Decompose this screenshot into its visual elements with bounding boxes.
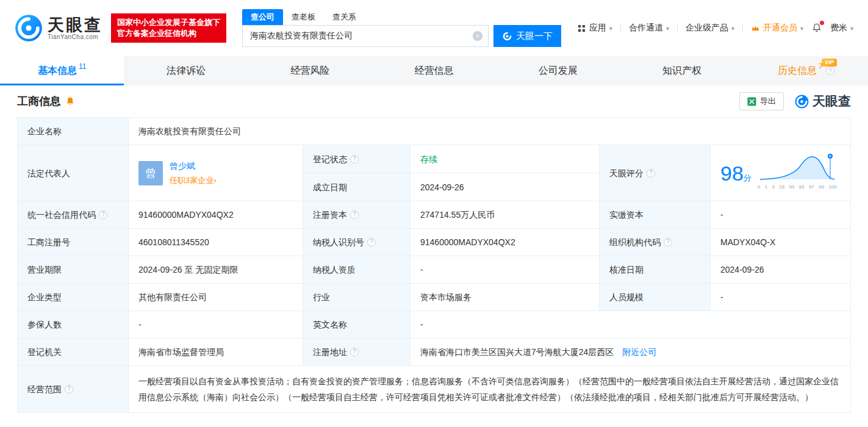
- vip-badge: VIP: [822, 59, 837, 66]
- field-reg-authority-value: 海南省市场监督管理局: [129, 339, 303, 366]
- search-tab-company[interactable]: 查公司: [242, 9, 283, 25]
- certification-line1: 国家中小企业发展子基金旗下: [117, 17, 220, 28]
- help-icon[interactable]: ?: [350, 210, 359, 219]
- tab-ip-label: 知识产权: [662, 65, 701, 77]
- field-reg-capital-label: 注册资本?: [303, 201, 411, 229]
- subscribe-bell-icon[interactable]: [65, 96, 75, 106]
- tab-basic-info-label: 基本信息: [38, 65, 77, 77]
- help-icon[interactable]: ?: [65, 385, 73, 393]
- score-unit: 分: [744, 173, 751, 182]
- score-number-group[interactable]: 98分: [720, 162, 751, 185]
- business-info-header: 工商信息 导出 天眼查: [17, 85, 851, 117]
- notification-bell-icon[interactable]: [811, 23, 822, 34]
- chevron-down-icon: ▾: [800, 25, 803, 32]
- field-staff-size-value: -: [711, 284, 851, 311]
- tab-business-label: 经营信息: [414, 65, 453, 77]
- table-row: 经营范围? 一般经营项目以自有资金从事投资活动；自有资金投资的资产管理服务；信息…: [18, 366, 851, 413]
- field-reg-authority-label: 登记机关: [18, 339, 129, 366]
- field-org-code-label: 组织机构代码?: [600, 229, 711, 256]
- export-button[interactable]: 导出: [739, 92, 784, 110]
- field-reg-address-label: 注册地址?: [303, 339, 411, 366]
- field-score-label: 天眼评分?: [600, 145, 711, 201]
- nav-apps[interactable]: 应用 ▾: [577, 23, 612, 34]
- search-box: ×: [242, 25, 489, 47]
- field-insured-count-label: 参保人数: [18, 311, 129, 339]
- field-reg-capital-value: 274714.55万人民币: [411, 201, 600, 229]
- field-paid-capital-label: 实缴资本: [600, 201, 711, 229]
- field-business-term-label: 营业期限: [18, 256, 129, 284]
- tianyancha-logo-icon: [15, 14, 43, 42]
- help-icon[interactable]: ?: [350, 348, 359, 356]
- nav-user-account[interactable]: 费米 ▾: [830, 23, 853, 34]
- nav-divider: [620, 24, 621, 32]
- page-title: 工商信息: [17, 94, 61, 109]
- field-company-type-value: 其他有限责任公司: [129, 284, 303, 311]
- legal-rep-positions-link[interactable]: 任职3家企业›: [170, 174, 217, 187]
- tab-development-label: 公司发展: [539, 65, 578, 77]
- nav-open-vip[interactable]: 开通会员 ▾: [751, 23, 803, 34]
- field-establish-date-value: 2024-09-26: [411, 173, 600, 201]
- search-tabs: 查公司 查老板 查关系: [242, 9, 561, 25]
- table-row: 营业期限 2024-09-26 至 无固定期限 纳税人资质 - 核准日期 202…: [18, 256, 851, 284]
- search-input[interactable]: [243, 26, 488, 46]
- tab-business-risk[interactable]: 经营风险: [248, 56, 372, 85]
- field-reg-status-label: 登记状态?: [303, 145, 411, 173]
- legal-rep-positions-label: 任职3家企业: [170, 176, 213, 185]
- tab-basic-info[interactable]: 基本信息 11: [0, 56, 124, 85]
- clear-search-icon[interactable]: ×: [473, 31, 482, 41]
- tianyancha-watermark: 天眼查: [795, 93, 851, 110]
- nearby-companies-link[interactable]: 附近公司: [622, 347, 656, 357]
- tianyancha-logo[interactable]: 天眼查 TianYanCha.com: [15, 14, 102, 42]
- export-excel-icon: [747, 97, 756, 106]
- field-taxpayer-id-label: 纳税人识别号?: [303, 229, 411, 256]
- certification-badge: 国家中小企业发展子基金旗下 官方备案企业征信机构: [111, 13, 226, 43]
- field-establish-date-label: 成立日期: [303, 173, 411, 201]
- nav-apps-label: 应用: [589, 23, 606, 34]
- search-button[interactable]: 天眼一下: [493, 25, 561, 47]
- field-business-scope-value: 一般经营项目以自有资金从事投资活动；自有资金投资的资产管理服务；信息咨询服务（不…: [129, 366, 851, 413]
- search-tab-relation[interactable]: 查关系: [324, 9, 365, 25]
- field-credit-code-value: 91460000MADYX04QX2: [129, 201, 303, 229]
- help-icon[interactable]: ?: [367, 238, 376, 246]
- tab-basic-info-count: 11: [79, 62, 86, 71]
- tab-legal-proceedings[interactable]: 法律诉讼: [124, 56, 248, 85]
- table-row: 登记机关 海南省市场监督管理局 注册地址? 海南省海口市美兰区国兴大道7号海航大…: [18, 339, 851, 366]
- help-icon[interactable]: ?: [826, 66, 834, 75]
- tab-intellectual-property[interactable]: 知识产权: [620, 56, 744, 85]
- field-industry-label: 行业: [303, 284, 411, 311]
- search-tab-boss[interactable]: 查老板: [283, 9, 324, 25]
- field-business-scope-label: 经营范围?: [18, 366, 129, 413]
- legal-rep-avatar[interactable]: 曾: [138, 161, 163, 185]
- field-taxpayer-quality-label: 纳税人资质: [303, 256, 411, 284]
- nav-divider: [742, 24, 743, 32]
- nav-cooperation-label: 合作通道: [629, 23, 663, 34]
- search-area: 查公司 查老板 查关系 × 天眼一下: [242, 9, 561, 47]
- watermark-label: 天眼查: [812, 93, 851, 110]
- field-company-type-label: 企业类型: [18, 284, 129, 311]
- field-reg-address-value: 海南省海口市美兰区国兴大道7号海航大厦24层西区 附近公司: [411, 339, 851, 366]
- score-number: 98: [720, 162, 744, 185]
- tianyancha-watermark-icon: [795, 95, 809, 109]
- field-credit-code-label: 统一社会信用代码?: [18, 201, 129, 229]
- help-icon[interactable]: ?: [350, 155, 359, 163]
- help-icon[interactable]: ?: [664, 238, 672, 246]
- legal-rep-name-link[interactable]: 曾少斌: [170, 160, 217, 172]
- apps-grid-icon: [577, 24, 586, 33]
- tab-business-info[interactable]: 经营信息: [372, 56, 496, 85]
- section-tab-bar: 基本信息 11 法律诉讼 经营风险 经营信息 公司发展 知识产权 VIP 历史信…: [0, 56, 868, 85]
- field-english-name-label: 英文名称: [303, 311, 411, 339]
- tab-history-info[interactable]: VIP 历史信息 7 ?: [744, 56, 868, 85]
- logo-text: 天眼查: [48, 16, 102, 34]
- tab-company-development[interactable]: 公司发展: [496, 56, 620, 85]
- tab-history-label: 历史信息: [778, 65, 817, 77]
- help-icon[interactable]: ?: [647, 169, 655, 178]
- tab-legal-label: 法律诉讼: [167, 65, 206, 77]
- help-icon[interactable]: ?: [99, 210, 107, 219]
- field-insured-count-value: -: [129, 311, 303, 339]
- nav-cooperation[interactable]: 合作通道 ▾: [629, 23, 669, 34]
- field-business-term-value: 2024-09-26 至 无固定期限: [129, 256, 303, 284]
- business-scope-text: 一般经营项目以自有资金从事投资活动；自有资金投资的资产管理服务；信息咨询服务（不…: [138, 373, 841, 405]
- field-english-name-value: -: [411, 311, 851, 339]
- chevron-down-icon: ▾: [731, 25, 734, 32]
- nav-enterprise-products[interactable]: 企业级产品 ▾: [686, 23, 734, 34]
